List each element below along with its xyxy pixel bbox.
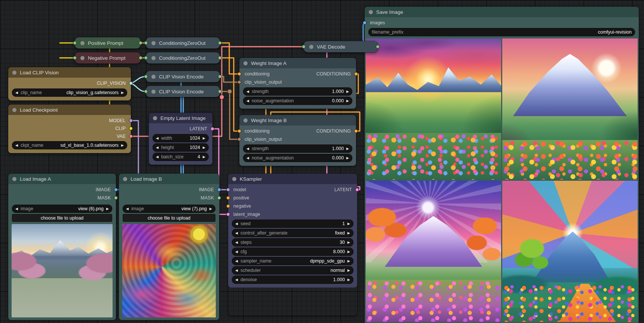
input-pin-clip-vision-output[interactable]: [237, 137, 241, 141]
collapse-dot-icon[interactable]: [232, 177, 236, 181]
node-header[interactable]: Load CLIP Vision: [8, 67, 131, 78]
collapsed-output-pin[interactable]: [218, 90, 222, 93]
collapsed-output-pin[interactable]: [139, 56, 142, 60]
output-pin-model[interactable]: [129, 119, 133, 122]
decrement-arrow-icon[interactable]: ◀: [126, 207, 129, 211]
decrement-arrow-icon[interactable]: ◀: [15, 207, 18, 211]
collapse-dot-icon[interactable]: [243, 118, 248, 122]
output-pin-clip[interactable]: [129, 127, 133, 130]
collapsed-output-pin[interactable]: [218, 56, 222, 60]
node-positive-prompt[interactable]: Positive Prompt: [75, 37, 141, 49]
increment-arrow-icon[interactable]: ▶: [106, 207, 109, 211]
increment-arrow-icon[interactable]: ▶: [121, 143, 124, 147]
widget-clip-name[interactable]: ◀ clip_name clip_vision_g.safetensors ▶: [12, 88, 127, 97]
output-pin-clip-vision[interactable]: [129, 81, 133, 85]
widget-batch-size[interactable]: ◀ batch_size 4 ▶: [153, 153, 209, 161]
collapse-dot-icon[interactable]: [123, 177, 127, 181]
node-weight-image-a[interactable]: Weight Image A conditioning CONDITIONING…: [239, 58, 356, 109]
node-header[interactable]: Load Image B: [119, 174, 219, 184]
collapsed-input-pin[interactable]: [144, 56, 148, 60]
increment-arrow-icon[interactable]: ▶: [346, 147, 349, 150]
node-conditioning-zero-out-1[interactable]: ConditioningZeroOut: [146, 37, 220, 49]
decrement-arrow-icon[interactable]: ◀: [235, 231, 238, 235]
decrement-arrow-icon[interactable]: ◀: [235, 222, 238, 226]
node-header[interactable]: KSampler: [228, 174, 357, 184]
node-clip-vision-encode-1[interactable]: CLIP Vision Encode: [146, 71, 220, 82]
collapse-dot-icon[interactable]: [80, 41, 85, 45]
widget-noise-augmentation[interactable]: ◀ noise_augmentation 0.000 ▶: [243, 154, 352, 162]
output-pin-mask[interactable]: [217, 196, 221, 200]
collapsed-input-pin[interactable]: [302, 45, 306, 49]
input-pin-latent-image[interactable]: [226, 212, 230, 216]
node-load-checkpoint[interactable]: Load Checkpoint MODEL CLIP VAE ◀ ckpt_na…: [8, 105, 131, 153]
node-empty-latent-image[interactable]: Empty Latent Image LATENT ◀ width 1024 ▶…: [149, 113, 212, 165]
increment-arrow-icon[interactable]: ▶: [347, 250, 350, 254]
increment-arrow-icon[interactable]: ▶: [203, 155, 205, 159]
decrement-arrow-icon[interactable]: ◀: [246, 156, 249, 160]
increment-arrow-icon[interactable]: ▶: [347, 268, 350, 272]
output-pin-image[interactable]: [217, 188, 221, 192]
decrement-arrow-icon[interactable]: ◀: [156, 155, 159, 159]
decrement-arrow-icon[interactable]: ◀: [15, 143, 18, 147]
collapse-dot-icon[interactable]: [309, 45, 313, 49]
generated-image-2[interactable]: [502, 38, 638, 180]
reroute-dot[interactable]: [220, 95, 224, 99]
output-pin-image[interactable]: [114, 188, 118, 192]
widget-sampler-name[interactable]: ◀ sampler_name dpmpp_sde_gpu ▶: [232, 257, 353, 265]
increment-arrow-icon[interactable]: ▶: [347, 231, 350, 235]
collapsed-output-pin[interactable]: [218, 75, 222, 78]
input-pin-images[interactable]: [363, 21, 367, 25]
collapse-dot-icon[interactable]: [151, 75, 156, 79]
widget-ckpt-name[interactable]: ◀ ckpt_name sd_xl_base_1.0.safetensors ▶: [12, 141, 127, 149]
widget-control-after-generate[interactable]: ◀ control_after_generate fixed ▶: [232, 229, 353, 237]
output-pin-conditioning[interactable]: [354, 72, 358, 76]
node-load-image-b[interactable]: Load Image B IMAGE MASK ◀ image view (7)…: [119, 174, 219, 319]
increment-arrow-icon[interactable]: ▶: [121, 91, 124, 94]
node-conditioning-zero-out-2[interactable]: ConditioningZeroOut: [146, 52, 220, 63]
decrement-arrow-icon[interactable]: ◀: [15, 91, 18, 94]
collapsed-output-pin[interactable]: [376, 45, 380, 49]
decrement-arrow-icon[interactable]: ◀: [235, 240, 238, 244]
collapse-dot-icon[interactable]: [151, 90, 156, 94]
input-pin-negative[interactable]: [226, 204, 230, 208]
collapsed-input-pin[interactable]: [144, 75, 148, 78]
collapsed-input-pin[interactable]: [73, 41, 77, 45]
widget-height[interactable]: ◀ height 1024 ▶: [153, 143, 209, 152]
increment-arrow-icon[interactable]: ▶: [347, 278, 350, 282]
generated-image-1[interactable]: [366, 38, 501, 180]
increment-arrow-icon[interactable]: ▶: [347, 259, 350, 263]
input-pin-clip-vision-output[interactable]: [237, 80, 241, 84]
node-header[interactable]: Weight Image A: [239, 58, 356, 68]
collapsed-input-pin[interactable]: [144, 41, 148, 45]
widget-seed[interactable]: ◀ seed 1 ▶: [232, 220, 353, 228]
collapse-dot-icon[interactable]: [151, 56, 156, 60]
image-preview[interactable]: [122, 224, 216, 317]
collapsed-input-pin[interactable]: [144, 90, 148, 93]
node-header[interactable]: Save Image: [365, 7, 639, 17]
output-pin-latent[interactable]: [211, 127, 214, 131]
widget-strength[interactable]: ◀ strength 1.000 ▶: [243, 87, 352, 96]
widget-scheduler[interactable]: ◀ scheduler normal ▶: [232, 266, 353, 274]
collapse-dot-icon[interactable]: [12, 177, 16, 181]
node-ksampler[interactable]: KSampler model LATENT positive negative …: [228, 174, 357, 316]
generated-image-3[interactable]: [366, 181, 501, 322]
widget-filename-prefix[interactable]: filename_prefix comfyui-revision: [368, 28, 635, 36]
widget-cfg[interactable]: ◀ cfg 8.000 ▶: [232, 248, 353, 256]
increment-arrow-icon[interactable]: ▶: [203, 136, 205, 140]
collapse-dot-icon[interactable]: [151, 41, 156, 45]
widget-noise-augmentation[interactable]: ◀ noise_augmentation 0.000 ▶: [243, 97, 352, 105]
node-vae-decode[interactable]: VAE Decode: [304, 41, 378, 52]
collapse-dot-icon[interactable]: [12, 71, 16, 75]
generated-image-4[interactable]: [502, 181, 638, 322]
decrement-arrow-icon[interactable]: ◀: [246, 147, 249, 150]
node-load-image-a[interactable]: Load Image A IMAGE MASK ◀ image view (6)…: [8, 174, 116, 319]
reroute-dot[interactable]: [227, 89, 232, 94]
increment-arrow-icon[interactable]: ▶: [346, 90, 349, 93]
collapse-dot-icon[interactable]: [12, 108, 16, 112]
collapsed-input-pin[interactable]: [73, 56, 77, 60]
decrement-arrow-icon[interactable]: ◀: [246, 99, 249, 103]
decrement-arrow-icon[interactable]: ◀: [246, 90, 249, 93]
decrement-arrow-icon[interactable]: ◀: [235, 250, 238, 254]
output-pin-conditioning[interactable]: [354, 129, 358, 133]
increment-arrow-icon[interactable]: ▶: [209, 207, 212, 211]
